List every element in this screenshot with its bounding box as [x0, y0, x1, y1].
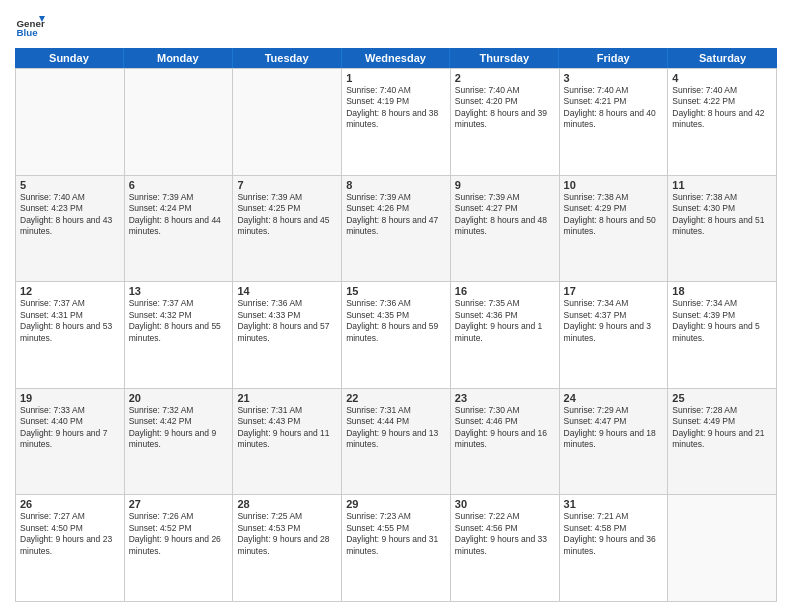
day-number: 2: [455, 72, 555, 84]
cell-info: Sunrise: 7:40 AMSunset: 4:19 PMDaylight:…: [346, 85, 446, 131]
cell-info: Sunrise: 7:25 AMSunset: 4:53 PMDaylight:…: [237, 511, 337, 557]
cell-info: Sunrise: 7:36 AMSunset: 4:33 PMDaylight:…: [237, 298, 337, 344]
cell-info: Sunrise: 7:35 AMSunset: 4:36 PMDaylight:…: [455, 298, 555, 344]
calendar-cell: 1 Sunrise: 7:40 AMSunset: 4:19 PMDayligh…: [342, 69, 451, 176]
weekday-header-sunday: Sunday: [15, 48, 124, 68]
calendar-cell: 25 Sunrise: 7:28 AMSunset: 4:49 PMDaylig…: [668, 389, 777, 496]
cell-info: Sunrise: 7:39 AMSunset: 4:27 PMDaylight:…: [455, 192, 555, 238]
cell-info: Sunrise: 7:33 AMSunset: 4:40 PMDaylight:…: [20, 405, 120, 451]
calendar-cell: 6 Sunrise: 7:39 AMSunset: 4:24 PMDayligh…: [125, 176, 234, 283]
weekday-header-thursday: Thursday: [450, 48, 559, 68]
day-number: 19: [20, 392, 120, 404]
day-number: 23: [455, 392, 555, 404]
calendar-cell: 26 Sunrise: 7:27 AMSunset: 4:50 PMDaylig…: [16, 495, 125, 602]
day-number: 22: [346, 392, 446, 404]
calendar-cell: 21 Sunrise: 7:31 AMSunset: 4:43 PMDaylig…: [233, 389, 342, 496]
calendar-cell: [125, 69, 234, 176]
weekday-header-saturday: Saturday: [668, 48, 777, 68]
calendar-cell: [233, 69, 342, 176]
calendar-cell: 12 Sunrise: 7:37 AMSunset: 4:31 PMDaylig…: [16, 282, 125, 389]
calendar-cell: 17 Sunrise: 7:34 AMSunset: 4:37 PMDaylig…: [560, 282, 669, 389]
calendar-cell: 13 Sunrise: 7:37 AMSunset: 4:32 PMDaylig…: [125, 282, 234, 389]
cell-info: Sunrise: 7:21 AMSunset: 4:58 PMDaylight:…: [564, 511, 664, 557]
cell-info: Sunrise: 7:26 AMSunset: 4:52 PMDaylight:…: [129, 511, 229, 557]
cell-info: Sunrise: 7:39 AMSunset: 4:26 PMDaylight:…: [346, 192, 446, 238]
cell-info: Sunrise: 7:31 AMSunset: 4:43 PMDaylight:…: [237, 405, 337, 451]
logo: General Blue: [15, 10, 45, 40]
calendar-cell: 29 Sunrise: 7:23 AMSunset: 4:55 PMDaylig…: [342, 495, 451, 602]
cell-info: Sunrise: 7:23 AMSunset: 4:55 PMDaylight:…: [346, 511, 446, 557]
calendar-row-5: 26 Sunrise: 7:27 AMSunset: 4:50 PMDaylig…: [16, 495, 777, 602]
day-number: 27: [129, 498, 229, 510]
weekday-header-monday: Monday: [124, 48, 233, 68]
cell-info: Sunrise: 7:22 AMSunset: 4:56 PMDaylight:…: [455, 511, 555, 557]
calendar-body: 1 Sunrise: 7:40 AMSunset: 4:19 PMDayligh…: [15, 68, 777, 602]
calendar-cell: 20 Sunrise: 7:32 AMSunset: 4:42 PMDaylig…: [125, 389, 234, 496]
calendar-cell: 11 Sunrise: 7:38 AMSunset: 4:30 PMDaylig…: [668, 176, 777, 283]
day-number: 9: [455, 179, 555, 191]
day-number: 16: [455, 285, 555, 297]
calendar-cell: 8 Sunrise: 7:39 AMSunset: 4:26 PMDayligh…: [342, 176, 451, 283]
calendar-cell: 19 Sunrise: 7:33 AMSunset: 4:40 PMDaylig…: [16, 389, 125, 496]
cell-info: Sunrise: 7:39 AMSunset: 4:24 PMDaylight:…: [129, 192, 229, 238]
header: General Blue: [15, 10, 777, 40]
calendar-cell: 4 Sunrise: 7:40 AMSunset: 4:22 PMDayligh…: [668, 69, 777, 176]
day-number: 11: [672, 179, 772, 191]
day-number: 12: [20, 285, 120, 297]
calendar-cell: 7 Sunrise: 7:39 AMSunset: 4:25 PMDayligh…: [233, 176, 342, 283]
day-number: 25: [672, 392, 772, 404]
day-number: 3: [564, 72, 664, 84]
cell-info: Sunrise: 7:40 AMSunset: 4:22 PMDaylight:…: [672, 85, 772, 131]
day-number: 17: [564, 285, 664, 297]
calendar-cell: 14 Sunrise: 7:36 AMSunset: 4:33 PMDaylig…: [233, 282, 342, 389]
calendar: SundayMondayTuesdayWednesdayThursdayFrid…: [15, 48, 777, 602]
calendar-cell: 15 Sunrise: 7:36 AMSunset: 4:35 PMDaylig…: [342, 282, 451, 389]
calendar-cell: 31 Sunrise: 7:21 AMSunset: 4:58 PMDaylig…: [560, 495, 669, 602]
day-number: 15: [346, 285, 446, 297]
weekday-header-wednesday: Wednesday: [342, 48, 451, 68]
cell-info: Sunrise: 7:32 AMSunset: 4:42 PMDaylight:…: [129, 405, 229, 451]
day-number: 14: [237, 285, 337, 297]
cell-info: Sunrise: 7:30 AMSunset: 4:46 PMDaylight:…: [455, 405, 555, 451]
calendar-cell: [16, 69, 125, 176]
calendar-row-4: 19 Sunrise: 7:33 AMSunset: 4:40 PMDaylig…: [16, 389, 777, 496]
day-number: 21: [237, 392, 337, 404]
calendar-cell: 30 Sunrise: 7:22 AMSunset: 4:56 PMDaylig…: [451, 495, 560, 602]
calendar-cell: 23 Sunrise: 7:30 AMSunset: 4:46 PMDaylig…: [451, 389, 560, 496]
day-number: 13: [129, 285, 229, 297]
cell-info: Sunrise: 7:40 AMSunset: 4:20 PMDaylight:…: [455, 85, 555, 131]
cell-info: Sunrise: 7:38 AMSunset: 4:30 PMDaylight:…: [672, 192, 772, 238]
cell-info: Sunrise: 7:37 AMSunset: 4:32 PMDaylight:…: [129, 298, 229, 344]
calendar-cell: 10 Sunrise: 7:38 AMSunset: 4:29 PMDaylig…: [560, 176, 669, 283]
logo-icon: General Blue: [15, 10, 45, 40]
cell-info: Sunrise: 7:34 AMSunset: 4:39 PMDaylight:…: [672, 298, 772, 344]
day-number: 18: [672, 285, 772, 297]
day-number: 24: [564, 392, 664, 404]
cell-info: Sunrise: 7:29 AMSunset: 4:47 PMDaylight:…: [564, 405, 664, 451]
calendar-row-1: 1 Sunrise: 7:40 AMSunset: 4:19 PMDayligh…: [16, 69, 777, 176]
cell-info: Sunrise: 7:36 AMSunset: 4:35 PMDaylight:…: [346, 298, 446, 344]
day-number: 31: [564, 498, 664, 510]
cell-info: Sunrise: 7:28 AMSunset: 4:49 PMDaylight:…: [672, 405, 772, 451]
calendar-cell: 16 Sunrise: 7:35 AMSunset: 4:36 PMDaylig…: [451, 282, 560, 389]
cell-info: Sunrise: 7:31 AMSunset: 4:44 PMDaylight:…: [346, 405, 446, 451]
day-number: 5: [20, 179, 120, 191]
day-number: 6: [129, 179, 229, 191]
cell-info: Sunrise: 7:37 AMSunset: 4:31 PMDaylight:…: [20, 298, 120, 344]
cell-info: Sunrise: 7:34 AMSunset: 4:37 PMDaylight:…: [564, 298, 664, 344]
calendar-cell: 9 Sunrise: 7:39 AMSunset: 4:27 PMDayligh…: [451, 176, 560, 283]
calendar-cell: 24 Sunrise: 7:29 AMSunset: 4:47 PMDaylig…: [560, 389, 669, 496]
calendar-cell: [668, 495, 777, 602]
day-number: 20: [129, 392, 229, 404]
day-number: 4: [672, 72, 772, 84]
calendar-header: SundayMondayTuesdayWednesdayThursdayFrid…: [15, 48, 777, 68]
calendar-row-2: 5 Sunrise: 7:40 AMSunset: 4:23 PMDayligh…: [16, 176, 777, 283]
day-number: 26: [20, 498, 120, 510]
cell-info: Sunrise: 7:40 AMSunset: 4:23 PMDaylight:…: [20, 192, 120, 238]
weekday-header-friday: Friday: [559, 48, 668, 68]
cell-info: Sunrise: 7:39 AMSunset: 4:25 PMDaylight:…: [237, 192, 337, 238]
weekday-header-tuesday: Tuesday: [233, 48, 342, 68]
day-number: 28: [237, 498, 337, 510]
day-number: 8: [346, 179, 446, 191]
cell-info: Sunrise: 7:40 AMSunset: 4:21 PMDaylight:…: [564, 85, 664, 131]
